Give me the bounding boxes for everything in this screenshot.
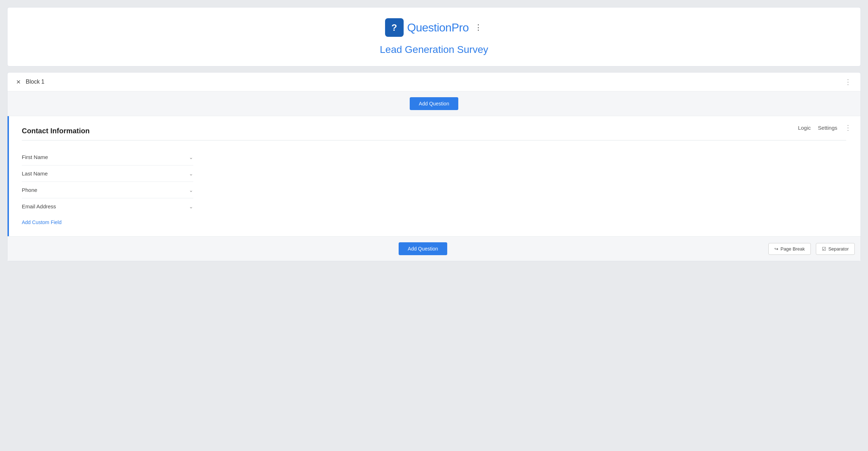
add-question-top-row: Add Question <box>8 91 860 116</box>
field-chevron-email: ⌄ <box>189 204 193 209</box>
separator-label: Separator <box>828 246 849 252</box>
contact-divider <box>22 140 846 140</box>
block-title: Block 1 <box>26 79 44 85</box>
bottom-add-row: Add Question ↪ Page Break ☑ Separator <box>8 236 860 261</box>
field-row-first-name[interactable]: First Name ⌄ <box>22 149 193 165</box>
settings-link[interactable]: Settings <box>818 125 837 131</box>
bottom-add-center: Add Question <box>78 242 768 255</box>
question-block: Logic Settings ⋮ Contact Information Fir… <box>8 116 860 236</box>
field-label-email: Email Address <box>22 203 56 209</box>
logo-row: ? QuestionPro ⋮ <box>385 18 483 37</box>
page-break-icon: ↪ <box>774 246 778 252</box>
add-question-bottom-button[interactable]: Add Question <box>399 242 448 255</box>
field-row-last-name[interactable]: Last Name ⌄ <box>22 165 193 182</box>
header-card: ? QuestionPro ⋮ Lead Generation Survey <box>7 7 861 66</box>
logo-icon: ? <box>385 18 404 37</box>
logic-link[interactable]: Logic <box>798 125 811 131</box>
page-break-button[interactable]: ↪ Page Break <box>768 243 811 255</box>
brand-name-black: Question <box>407 21 452 34</box>
field-label-last-name: Last Name <box>22 170 48 177</box>
logo-text: QuestionPro <box>407 21 469 34</box>
separator-button[interactable]: ☑ Separator <box>816 243 855 255</box>
block-header-left: ✕ Block 1 <box>16 79 44 85</box>
question-menu-icon[interactable]: ⋮ <box>844 123 852 132</box>
page-break-label: Page Break <box>780 246 805 252</box>
brand-name-blue: Pro <box>452 21 469 34</box>
block-card: ✕ Block 1 ⋮ Add Question Logic Settings … <box>7 72 861 261</box>
add-custom-field-link[interactable]: Add Custom Field <box>22 219 61 225</box>
contact-fields: First Name ⌄ Last Name ⌄ Phone ⌄ Email A… <box>22 149 193 214</box>
field-label-first-name: First Name <box>22 154 48 160</box>
bottom-actions-right: ↪ Page Break ☑ Separator <box>768 243 855 255</box>
field-chevron-phone: ⌄ <box>189 187 193 193</box>
field-row-email[interactable]: Email Address ⌄ <box>22 198 193 214</box>
contact-info-title: Contact Information <box>22 127 846 135</box>
logo-menu-dots[interactable]: ⋮ <box>474 24 483 31</box>
field-row-phone[interactable]: Phone ⌄ <box>22 182 193 198</box>
separator-icon: ☑ <box>822 246 826 252</box>
add-question-top-button[interactable]: Add Question <box>410 97 459 110</box>
block-menu-icon[interactable]: ⋮ <box>844 78 852 86</box>
question-actions: Logic Settings ⋮ <box>798 123 852 132</box>
collapse-icon[interactable]: ✕ <box>16 79 21 85</box>
field-chevron-first-name: ⌄ <box>189 154 193 160</box>
field-label-phone: Phone <box>22 187 37 193</box>
logo-question-mark: ? <box>391 22 397 33</box>
field-chevron-last-name: ⌄ <box>189 171 193 177</box>
block-header: ✕ Block 1 ⋮ <box>8 73 860 91</box>
survey-title: Lead Generation Survey <box>380 44 488 55</box>
